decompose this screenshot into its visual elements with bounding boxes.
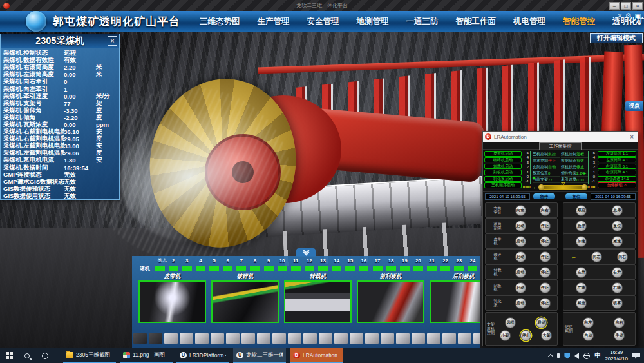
round-button[interactable]: 启动 [515,282,526,293]
strip-thumbnail[interactable] [473,333,480,344]
nav-item[interactable]: 智能管控 [563,16,595,27]
notification-icon[interactable] [632,353,640,359]
round-button[interactable]: 停止 [540,221,551,231]
round-button[interactable]: 启动 [515,251,526,262]
round-button[interactable]: 停止 [540,267,551,278]
round-button[interactable]: 减速 [612,236,623,247]
round-button[interactable]: 左升 [576,267,587,278]
round-button[interactable]: 向左 [591,251,602,262]
strip-thumbnail[interactable] [149,333,162,344]
nav-item[interactable]: 生产管理 [258,16,290,27]
strip-thumbnail[interactable] [164,333,178,344]
camera-thumbnail[interactable] [430,280,480,323]
round-button[interactable]: 启动 [515,267,526,278]
emergency-stop-button[interactable]: 急停解锁 ⚠ [598,182,636,188]
control-button[interactable]: 左滚筒升 1.1 [598,151,636,157]
shield-icon[interactable] [564,353,570,359]
speaker-icon[interactable] [574,353,579,359]
close-icon[interactable]: × [628,133,636,141]
strip-thumbnail[interactable] [226,333,240,344]
reset-pill-button[interactable]: 复位 [565,193,587,199]
control-button[interactable]: 三机顺序启动 [484,182,522,188]
start-button[interactable] [0,348,18,363]
round-button[interactable]: 远程 [505,317,516,328]
ime-indicator[interactable]: 中 [594,351,600,360]
round-button[interactable]: 向左 [515,205,526,216]
round-button[interactable]: 向左 [583,317,594,328]
round-button[interactable]: 启动 [515,221,526,231]
strip-thumbnail[interactable] [211,333,224,344]
wrench-icon[interactable]: × [618,12,621,20]
round-button[interactable]: 启动 [515,298,526,309]
camera-thumbnail[interactable] [211,280,279,323]
network-icon[interactable] [583,353,590,359]
nav-item[interactable]: 一通三防 [406,16,439,27]
strip-thumbnail[interactable] [350,333,363,344]
round-button[interactable]: 小架 [500,330,511,341]
strip-thumbnail[interactable] [427,333,440,344]
resize-icon[interactable]: ▣ [635,12,641,20]
strip-thumbnail[interactable] [365,333,379,344]
nav-item[interactable]: 智能工作面 [456,16,497,27]
camera-thumbnail[interactable] [138,280,206,323]
round-button[interactable]: 启动 [515,236,526,247]
open-edit-mode-button[interactable]: 打开编辑模式 [590,33,643,43]
strip-thumbnail[interactable] [195,333,209,344]
strip-thumbnail[interactable] [319,333,332,344]
control-button[interactable]: 破碎机启动 [484,157,522,163]
taskbar-item[interactable]: U龙软二三维一体化... [233,348,286,363]
round-button[interactable]: 向右 [617,251,628,262]
round-button[interactable]: 复位 [612,221,623,231]
taskbar-item[interactable]: ULR3DPlatform - U... [176,348,229,363]
round-button[interactable]: 大架 [541,330,552,341]
close-button[interactable]: × [632,2,643,10]
taskbar-item[interactable]: 2305三维截图 [63,348,116,363]
usb-icon[interactable] [557,353,560,358]
round-button[interactable]: 手动 [614,330,625,341]
strip-thumbnail[interactable] [180,333,193,344]
clock[interactable]: 16:39 2021/4/10 [605,349,628,361]
control-button[interactable]: 右滚筒升 6.1 [598,164,636,170]
strip-thumbnail[interactable] [334,333,348,344]
strip-thumbnail[interactable] [133,333,147,344]
taskbar-search-button[interactable] [18,348,36,363]
strip-thumbnail[interactable] [303,333,317,344]
nav-item[interactable]: 地测管理 [357,16,389,27]
cortana-button[interactable] [36,348,54,363]
strip-thumbnail[interactable] [442,333,456,344]
control-button[interactable]: 刮板机启动 [484,170,522,175]
nav-item[interactable]: 三维态势图 [200,16,240,27]
round-button[interactable]: 截齿 [576,298,587,309]
nav-item[interactable]: 机电管理 [513,16,545,27]
control-button[interactable]: 牵引调速 14.1 [598,176,636,182]
control-button[interactable]: 右滚筒降 4.1 [598,170,636,175]
round-button[interactable]: 向右 [614,317,625,328]
round-button[interactable]: 急停 [576,221,587,231]
strip-thumbnail[interactable] [288,333,301,344]
round-button[interactable]: 总停 [612,205,623,216]
control-button[interactable]: 皮带机启动 [484,151,522,157]
maximize-button[interactable]: □ [621,2,631,10]
control-button[interactable]: 转载机启动 [484,164,522,170]
strip-thumbnail[interactable] [412,333,425,344]
tray-chevron-up-icon[interactable] [548,354,553,359]
round-button[interactable]: 停止 [540,251,551,262]
taskbar-item[interactable]: DLRAutomation [290,348,343,363]
strip-thumbnail[interactable] [381,333,394,344]
round-button[interactable]: 停止 [520,330,531,341]
gear-icon[interactable]: ⚙ [625,12,632,20]
round-button[interactable]: 联动 [536,317,547,328]
nav-item[interactable]: 安全管理 [307,16,339,27]
minimize-button[interactable]: – [609,2,620,10]
camera-thumbnail[interactable] [284,280,352,323]
round-button[interactable]: 左降 [576,282,587,293]
control-button[interactable]: 乳化泵启动 [484,176,522,182]
round-button[interactable]: 右降 [612,282,623,293]
tab-workface-control[interactable]: 工作面集控 [539,142,582,150]
viewpoint-tab[interactable]: 视点 [625,101,643,111]
round-button[interactable]: 停止 [540,298,551,309]
strip-thumbnail[interactable] [458,333,471,344]
round-button[interactable]: 向右 [540,205,551,216]
close-icon[interactable]: × [108,36,117,46]
camera-thumbnail[interactable] [357,280,424,323]
